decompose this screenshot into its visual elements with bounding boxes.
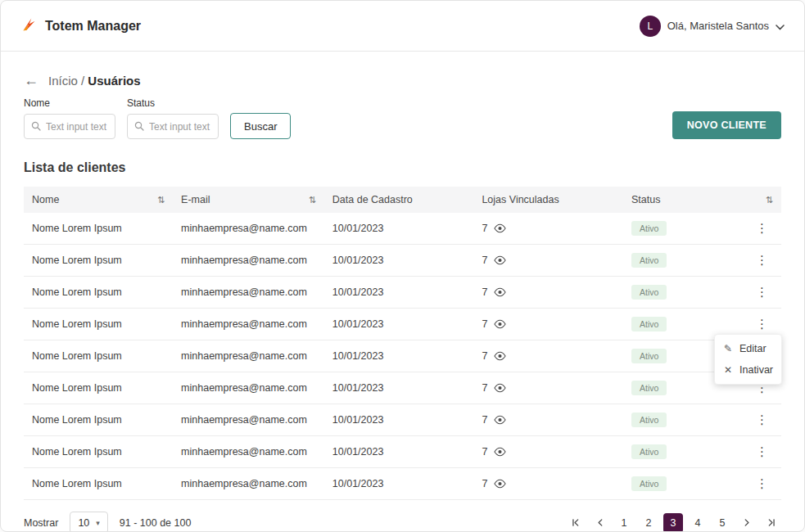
cell-status: Ativo: [623, 436, 743, 468]
edit-menu-item[interactable]: ✎ Editar: [715, 338, 781, 359]
app-window: Totem Manager L Olá, Maristela Santos ← …: [0, 0, 805, 532]
prev-page-button[interactable]: [590, 513, 609, 532]
cell-nome: Nome Lorem Ipsum: [24, 213, 173, 245]
inactivate-menu-item[interactable]: ✕ Inativar: [715, 359, 781, 381]
first-page-button[interactable]: [565, 513, 585, 532]
cell-data-cadastro: 10/01/2023: [324, 372, 474, 404]
breadcrumb: ← Início / Usuários: [24, 73, 781, 88]
table-row: Nome Lorem Ipsum minhaempresa@name.com 1…: [24, 340, 781, 372]
cell-nome: Nome Lorem Ipsum: [24, 309, 173, 340]
sort-icon[interactable]: ⇅: [157, 195, 165, 205]
cell-email: minhaempresa@name.com: [173, 245, 324, 277]
nome-search-input[interactable]: [46, 121, 108, 133]
eye-icon[interactable]: [494, 255, 506, 265]
buscar-button[interactable]: Buscar: [230, 113, 291, 139]
cell-lojas: 7: [473, 404, 623, 436]
kebab-menu-icon[interactable]: ⋮: [751, 317, 773, 331]
chevron-down-icon: [776, 19, 785, 34]
column-header-actions[interactable]: ⇅: [743, 187, 781, 213]
pager: 1 2 3 4 5: [565, 513, 781, 532]
next-page-button[interactable]: [737, 513, 757, 532]
cell-status: Ativo: [623, 245, 743, 277]
page-button[interactable]: 5: [712, 513, 732, 532]
column-header-nome[interactable]: Nome ⇅: [24, 187, 173, 213]
user-menu[interactable]: L Olá, Maristela Santos: [640, 16, 785, 37]
status-search-input[interactable]: [149, 121, 211, 133]
breadcrumb-root[interactable]: Início /: [48, 74, 84, 88]
cell-actions: ⋮: [743, 436, 781, 468]
kebab-menu-icon[interactable]: ⋮: [751, 285, 773, 299]
eye-icon[interactable]: [494, 287, 506, 297]
column-header-email[interactable]: E-mail ⇅: [173, 187, 324, 213]
status-badge: Ativo: [631, 381, 667, 395]
cell-nome: Nome Lorem Ipsum: [24, 404, 173, 436]
cell-nome: Nome Lorem Ipsum: [24, 372, 173, 404]
cell-email: minhaempresa@name.com: [173, 213, 324, 245]
cell-lojas: 7: [473, 340, 623, 372]
cell-nome: Nome Lorem Ipsum: [24, 277, 173, 309]
top-bar: Totem Manager L Olá, Maristela Santos: [1, 1, 804, 52]
kebab-menu-icon[interactable]: ⋮: [751, 413, 773, 426]
cell-actions: ⋮: [743, 404, 781, 436]
status-filter-label: Status: [127, 97, 219, 109]
app-logo-icon: [20, 16, 37, 36]
cell-nome: Nome Lorem Ipsum: [24, 436, 173, 468]
breadcrumb-current: Usuários: [88, 74, 140, 88]
kebab-menu-icon[interactable]: ⋮: [751, 476, 773, 490]
eye-icon[interactable]: [494, 447, 506, 457]
kebab-menu-icon[interactable]: ⋮: [751, 253, 773, 267]
page-button[interactable]: 3: [663, 513, 683, 532]
page-button[interactable]: 4: [688, 513, 708, 532]
status-badge: Ativo: [631, 285, 667, 300]
cell-actions: ⋮: [743, 277, 781, 309]
range-text: 91 - 100 de 100: [120, 517, 192, 529]
page-button[interactable]: 1: [614, 513, 634, 532]
chevron-down-icon: ▾: [96, 519, 100, 527]
kebab-menu-icon[interactable]: ⋮: [751, 444, 773, 458]
cell-lojas: 7: [473, 213, 623, 245]
cell-data-cadastro: 10/01/2023: [324, 340, 474, 372]
sort-icon[interactable]: ⇅: [766, 195, 773, 205]
back-button[interactable]: ←: [24, 73, 38, 88]
cell-actions: ⋮: [743, 468, 781, 500]
cell-lojas: 7: [473, 309, 623, 340]
table-row: Nome Lorem Ipsum minhaempresa@name.com 1…: [24, 213, 781, 245]
last-page-button[interactable]: [762, 513, 781, 532]
mostrar-label: Mostrar: [24, 517, 58, 529]
eye-icon[interactable]: [494, 383, 506, 393]
filters-bar: Nome Status Buscar NOVO CLIENTE: [24, 97, 781, 139]
table-body: Nome Lorem Ipsum minhaempresa@name.com 1…: [24, 213, 781, 500]
cell-email: minhaempresa@name.com: [173, 340, 324, 372]
page-button[interactable]: 2: [639, 513, 658, 532]
page-size-value: 10: [78, 517, 89, 529]
eye-icon[interactable]: [494, 415, 506, 425]
kebab-menu-icon[interactable]: ⋮: [751, 221, 773, 235]
pagination-bar: Mostrar 10 ▾ 91 - 100 de 100 1 2 3 4 5: [24, 512, 781, 532]
cell-email: minhaempresa@name.com: [173, 468, 324, 500]
cell-lojas: 7: [473, 468, 623, 500]
status-badge: Ativo: [631, 221, 667, 236]
cell-lojas: 7: [473, 436, 623, 468]
page-size-select[interactable]: 10 ▾: [70, 512, 107, 532]
eye-icon[interactable]: [494, 351, 506, 361]
cell-data-cadastro: 10/01/2023: [324, 245, 474, 277]
cell-data-cadastro: 10/01/2023: [324, 309, 474, 340]
cell-email: minhaempresa@name.com: [173, 309, 324, 340]
eye-icon[interactable]: [494, 479, 506, 489]
inactivate-menu-label: Inativar: [739, 364, 773, 376]
cell-email: minhaempresa@name.com: [173, 436, 324, 468]
novo-cliente-button[interactable]: NOVO CLIENTE: [672, 111, 781, 139]
nome-search-field: [24, 114, 115, 139]
edit-menu-label: Editar: [739, 343, 767, 354]
column-header-lojas: Lojas Vinculadas: [473, 187, 623, 213]
table-title: Lista de clientes: [24, 160, 781, 175]
table-row: Nome Lorem Ipsum minhaempresa@name.com 1…: [24, 245, 781, 277]
status-badge: Ativo: [631, 317, 667, 331]
search-icon: [31, 119, 41, 134]
cell-status: Ativo: [623, 213, 743, 245]
sort-icon[interactable]: ⇅: [309, 195, 316, 205]
table-row: Nome Lorem Ipsum minhaempresa@name.com 1…: [24, 436, 781, 468]
status-search-field: [127, 114, 219, 139]
eye-icon[interactable]: [494, 223, 506, 233]
eye-icon[interactable]: [494, 319, 506, 329]
